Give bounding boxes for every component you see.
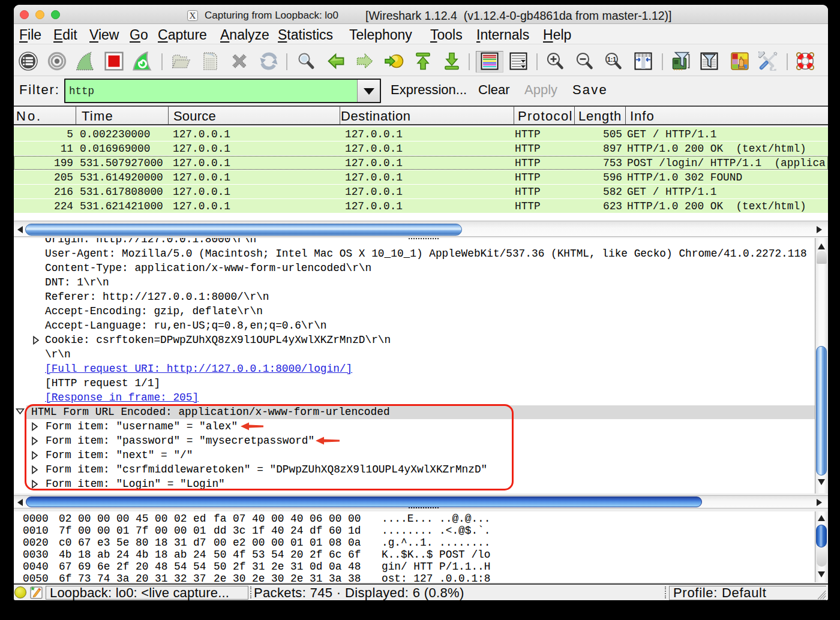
svg-text:X: X bbox=[190, 11, 196, 20]
svg-text:1:1: 1:1 bbox=[607, 56, 616, 63]
